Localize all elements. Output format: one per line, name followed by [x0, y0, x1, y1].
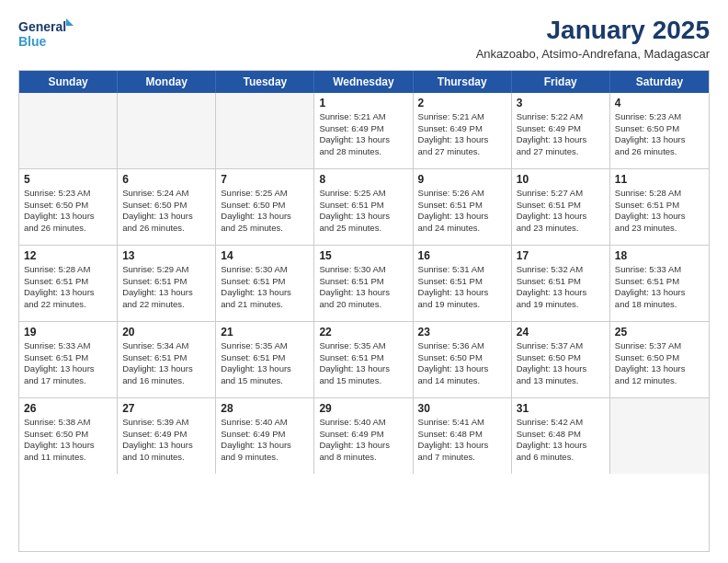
calendar-cell: 15Sunrise: 5:30 AMSunset: 6:51 PMDayligh… — [314, 246, 413, 321]
calendar-cell: 21Sunrise: 5:35 AMSunset: 6:51 PMDayligh… — [216, 322, 314, 397]
day-number: 14 — [221, 249, 309, 262]
weekday-header: Tuesday — [216, 71, 314, 93]
day-info: Sunrise: 5:35 AMSunset: 6:51 PMDaylight:… — [319, 340, 407, 387]
day-number: 17 — [517, 249, 605, 262]
day-info: Sunrise: 5:40 AMSunset: 6:49 PMDaylight:… — [221, 417, 309, 464]
calendar-cell: 31Sunrise: 5:42 AMSunset: 6:48 PMDayligh… — [512, 398, 610, 474]
calendar-cell: 19Sunrise: 5:33 AMSunset: 6:51 PMDayligh… — [19, 322, 118, 397]
day-number: 22 — [319, 326, 407, 339]
day-info: Sunrise: 5:41 AMSunset: 6:48 PMDaylight:… — [418, 417, 506, 464]
weekday-header: Wednesday — [314, 71, 413, 93]
day-info: Sunrise: 5:40 AMSunset: 6:49 PMDaylight:… — [319, 417, 407, 464]
calendar-cell: 5Sunrise: 5:23 AMSunset: 6:50 PMDaylight… — [19, 169, 118, 245]
day-number: 30 — [418, 402, 506, 415]
calendar-cell: 11Sunrise: 5:28 AMSunset: 6:51 PMDayligh… — [610, 169, 709, 245]
logo: General Blue — [18, 17, 74, 52]
weekday-header: Thursday — [414, 71, 512, 93]
calendar: SundayMondayTuesdayWednesdayThursdayFrid… — [18, 70, 710, 552]
day-number: 27 — [122, 402, 210, 415]
svg-text:Blue: Blue — [18, 34, 47, 49]
calendar-cell: 7Sunrise: 5:25 AMSunset: 6:50 PMDaylight… — [216, 169, 314, 245]
day-info: Sunrise: 5:29 AMSunset: 6:51 PMDaylight:… — [122, 264, 210, 311]
logo-svg: General Blue — [18, 17, 74, 52]
day-info: Sunrise: 5:39 AMSunset: 6:49 PMDaylight:… — [122, 417, 210, 464]
day-number: 3 — [517, 97, 605, 109]
calendar-cell: 26Sunrise: 5:38 AMSunset: 6:50 PMDayligh… — [19, 398, 118, 474]
svg-text:General: General — [18, 19, 66, 34]
day-number: 25 — [615, 326, 704, 339]
day-number: 28 — [221, 402, 309, 415]
day-info: Sunrise: 5:22 AMSunset: 6:49 PMDaylight:… — [517, 111, 605, 158]
day-number: 18 — [615, 249, 704, 262]
calendar-cell: 12Sunrise: 5:28 AMSunset: 6:51 PMDayligh… — [19, 246, 118, 321]
calendar-cell: 4Sunrise: 5:23 AMSunset: 6:50 PMDaylight… — [610, 93, 709, 168]
day-number: 8 — [319, 173, 407, 186]
day-number: 5 — [24, 173, 112, 186]
day-info: Sunrise: 5:25 AMSunset: 6:50 PMDaylight:… — [221, 188, 309, 235]
day-number: 10 — [517, 173, 605, 186]
day-info: Sunrise: 5:35 AMSunset: 6:51 PMDaylight:… — [221, 340, 309, 387]
day-info: Sunrise: 5:30 AMSunset: 6:51 PMDaylight:… — [221, 264, 309, 311]
calendar-row: 19Sunrise: 5:33 AMSunset: 6:51 PMDayligh… — [19, 322, 709, 398]
calendar-cell: 10Sunrise: 5:27 AMSunset: 6:51 PMDayligh… — [512, 169, 610, 245]
day-number: 24 — [517, 326, 605, 339]
calendar-row: 12Sunrise: 5:28 AMSunset: 6:51 PMDayligh… — [19, 246, 709, 322]
day-number: 19 — [24, 326, 112, 339]
calendar-cell: 22Sunrise: 5:35 AMSunset: 6:51 PMDayligh… — [314, 322, 413, 397]
day-info: Sunrise: 5:37 AMSunset: 6:50 PMDaylight:… — [517, 340, 605, 387]
day-number: 21 — [221, 326, 309, 339]
page: General Blue January 2025 Ankazoabo, Ats… — [0, 0, 728, 563]
calendar-cell: 17Sunrise: 5:32 AMSunset: 6:51 PMDayligh… — [512, 246, 610, 321]
calendar-cell: 8Sunrise: 5:25 AMSunset: 6:51 PMDaylight… — [314, 169, 413, 245]
calendar-cell: 9Sunrise: 5:26 AMSunset: 6:51 PMDaylight… — [414, 169, 512, 245]
day-info: Sunrise: 5:25 AMSunset: 6:51 PMDaylight:… — [319, 188, 407, 235]
calendar-body: 1Sunrise: 5:21 AMSunset: 6:49 PMDaylight… — [19, 93, 709, 474]
day-info: Sunrise: 5:36 AMSunset: 6:50 PMDaylight:… — [418, 340, 506, 387]
day-info: Sunrise: 5:37 AMSunset: 6:50 PMDaylight:… — [615, 340, 704, 387]
calendar-header: SundayMondayTuesdayWednesdayThursdayFrid… — [19, 71, 709, 93]
day-number: 16 — [418, 249, 506, 262]
day-number: 23 — [418, 326, 506, 339]
day-number: 31 — [517, 402, 605, 415]
day-info: Sunrise: 5:31 AMSunset: 6:51 PMDaylight:… — [418, 264, 506, 311]
calendar-cell — [118, 93, 216, 168]
calendar-cell: 25Sunrise: 5:37 AMSunset: 6:50 PMDayligh… — [610, 322, 709, 397]
weekday-header: Saturday — [610, 71, 709, 93]
day-number: 26 — [24, 402, 112, 415]
calendar-cell — [19, 93, 118, 168]
day-info: Sunrise: 5:38 AMSunset: 6:50 PMDaylight:… — [24, 417, 112, 464]
day-number: 9 — [418, 173, 506, 186]
day-info: Sunrise: 5:27 AMSunset: 6:51 PMDaylight:… — [517, 188, 605, 235]
calendar-cell: 29Sunrise: 5:40 AMSunset: 6:49 PMDayligh… — [314, 398, 413, 474]
day-number: 1 — [319, 97, 407, 109]
day-number: 6 — [122, 173, 210, 186]
svg-marker-2 — [66, 18, 74, 26]
calendar-cell: 23Sunrise: 5:36 AMSunset: 6:50 PMDayligh… — [414, 322, 512, 397]
calendar-cell: 1Sunrise: 5:21 AMSunset: 6:49 PMDaylight… — [314, 93, 413, 168]
calendar-row: 26Sunrise: 5:38 AMSunset: 6:50 PMDayligh… — [19, 398, 709, 474]
day-number: 29 — [319, 402, 407, 415]
calendar-cell: 18Sunrise: 5:33 AMSunset: 6:51 PMDayligh… — [610, 246, 709, 321]
month-title: January 2025 — [476, 17, 710, 45]
calendar-cell — [610, 398, 709, 474]
day-info: Sunrise: 5:28 AMSunset: 6:51 PMDaylight:… — [615, 188, 704, 235]
day-info: Sunrise: 5:34 AMSunset: 6:51 PMDaylight:… — [122, 340, 210, 387]
day-info: Sunrise: 5:28 AMSunset: 6:51 PMDaylight:… — [24, 264, 112, 311]
day-number: 13 — [122, 249, 210, 262]
calendar-cell: 6Sunrise: 5:24 AMSunset: 6:50 PMDaylight… — [118, 169, 216, 245]
day-number: 4 — [615, 97, 704, 109]
calendar-cell: 27Sunrise: 5:39 AMSunset: 6:49 PMDayligh… — [118, 398, 216, 474]
day-info: Sunrise: 5:42 AMSunset: 6:48 PMDaylight:… — [517, 417, 605, 464]
day-number: 2 — [418, 97, 506, 109]
day-number: 20 — [122, 326, 210, 339]
calendar-cell: 28Sunrise: 5:40 AMSunset: 6:49 PMDayligh… — [216, 398, 314, 474]
day-info: Sunrise: 5:30 AMSunset: 6:51 PMDaylight:… — [319, 264, 407, 311]
calendar-cell: 13Sunrise: 5:29 AMSunset: 6:51 PMDayligh… — [118, 246, 216, 321]
day-info: Sunrise: 5:32 AMSunset: 6:51 PMDaylight:… — [517, 264, 605, 311]
day-info: Sunrise: 5:33 AMSunset: 6:51 PMDaylight:… — [24, 340, 112, 387]
calendar-cell — [216, 93, 314, 168]
day-info: Sunrise: 5:21 AMSunset: 6:49 PMDaylight:… — [319, 111, 407, 158]
calendar-row: 1Sunrise: 5:21 AMSunset: 6:49 PMDaylight… — [19, 93, 709, 169]
calendar-cell: 3Sunrise: 5:22 AMSunset: 6:49 PMDaylight… — [512, 93, 610, 168]
weekday-header: Sunday — [19, 71, 118, 93]
